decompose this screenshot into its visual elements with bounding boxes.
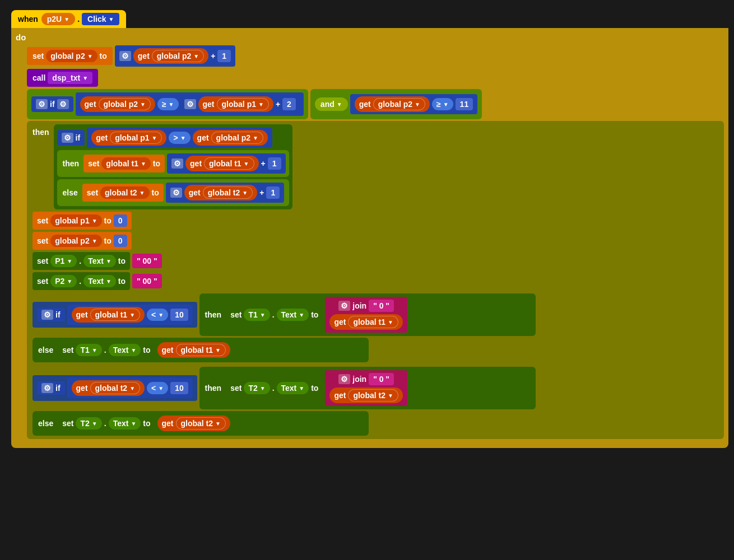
and-block[interactable]: and ▼ get global p2 ▼ (310, 89, 482, 119)
set-T2-else-block[interactable]: set T2 ▼ . Text ▼ (58, 414, 155, 432)
get-p1-inner[interactable]: get global p1 ▼ (198, 96, 273, 112)
cmp-lt-t1[interactable]: < ▼ (147, 309, 168, 321)
text-prop-P2[interactable]: Text ▼ (83, 275, 116, 287)
then3-label: then (203, 384, 224, 393)
op-t2-block[interactable]: ⚙ get global t2 ▼ + (166, 183, 284, 203)
num-10-t2[interactable]: 10 (170, 382, 188, 394)
set-P2-text-row: set P2 ▼ . Text ▼ to (32, 272, 721, 290)
num-1-t2[interactable]: 1 (266, 186, 280, 199)
num-10-t1[interactable]: 10 (170, 309, 188, 321)
gear-nested-if: ⚙ (62, 133, 73, 143)
gear-inner1: ⚙ (184, 99, 196, 109)
op-inner1[interactable]: ⚙ get global p1 ▼ + (181, 95, 299, 114)
if2-header: ⚙ if get global t1 ▼ (32, 302, 197, 328)
gear-if1: ⚙ (36, 99, 48, 109)
get-p2-nested[interactable]: get global p2 ▼ (193, 130, 268, 146)
text-prop-T1-else[interactable]: Text ▼ (109, 344, 141, 356)
then1-label: then (30, 124, 52, 140)
nested-then-row: then set global t1 ▼ to (61, 153, 286, 174)
text-prop-T2-then[interactable]: Text ▼ (277, 382, 309, 394)
str-0-join-t2[interactable]: " 0 " (369, 373, 394, 385)
condition1[interactable]: get global p2 ▼ ≥ ▼ (76, 92, 304, 116)
and-pill[interactable]: and ▼ (315, 97, 348, 111)
num-1-t1[interactable]: 1 (268, 157, 281, 170)
set-t1-block[interactable]: set global t1 ▼ to (83, 155, 165, 172)
if3-condition[interactable]: get global t2 ▼ < ▼ (67, 378, 193, 398)
nested-else-row: else set global t2 ▼ to (61, 183, 286, 203)
join-t1-block[interactable]: ⚙ join " 0 " get (325, 297, 407, 333)
nested-if-header: ⚙ if get global p1 ▼ (57, 128, 289, 148)
set-T2-text-block[interactable]: set T2 ▼ . Text ▼ (226, 379, 323, 397)
get-p2-cond[interactable]: get global p2 ▼ (80, 96, 155, 112)
str-00-P1[interactable]: " 00 " (132, 254, 162, 268)
set-T1-else-block[interactable]: set T1 ▼ . Text ▼ (58, 341, 155, 359)
if3-keyword[interactable]: ⚙ if (37, 381, 65, 395)
join-t2-block[interactable]: ⚙ join " 0 " get (325, 370, 407, 406)
set-T1-text-block[interactable]: set T1 ▼ . Text ▼ (226, 306, 323, 324)
if2-container: ⚙ if get global t1 ▼ (32, 293, 721, 362)
then1-row: then ⚙ if (30, 124, 721, 209)
if1-keyword[interactable]: ⚙ if ⚙ (31, 96, 73, 112)
num-11[interactable]: 11 (456, 98, 473, 110)
get-t2[interactable]: get global t2 ▼ (184, 185, 257, 200)
set-p2-0-block[interactable]: set global p2 ▼ to 0 (32, 232, 132, 250)
get-t2-join[interactable]: get global t2 ▼ (329, 388, 402, 403)
op-t1-block[interactable]: ⚙ get global t1 ▼ + (167, 153, 285, 174)
condition2[interactable]: get global p2 ▼ ≥ ▼ 11 (350, 94, 478, 114)
nested-condition[interactable]: get global p1 ▼ > ▼ (87, 128, 272, 148)
call-block[interactable]: call dsp_txt ▼ (27, 69, 98, 87)
gear-if3: ⚙ (41, 383, 53, 393)
gear-icon1: ⚙ (119, 51, 131, 61)
gear-join-t2: ⚙ (338, 374, 350, 384)
get-p1-nested[interactable]: get global p1 ▼ (91, 130, 166, 146)
op-gear-block1[interactable]: ⚙ get global p2 ▼ + 1 (115, 45, 235, 67)
get-t2-if3[interactable]: get global t2 ▼ (72, 380, 145, 396)
text-prop-P1[interactable]: Text ▼ (83, 255, 116, 267)
if1-container: ⚙ if ⚙ get global p2 ▼ (27, 89, 724, 439)
gear-t2: ⚙ (170, 188, 182, 198)
get-p2-cond2[interactable]: get global p2 ▼ (355, 96, 430, 112)
text-prop-T1-then[interactable]: Text ▼ (277, 309, 309, 321)
set-p2-block[interactable]: set global p2 ▼ to (27, 47, 113, 65)
num-0-p2[interactable]: 0 (114, 235, 127, 247)
num-2[interactable]: 2 (282, 98, 296, 110)
event-dropdown: ▼ (109, 16, 114, 22)
cmp-gte2[interactable]: ≥ ▼ (432, 98, 453, 110)
str-0-join-t1[interactable]: " 0 " (369, 300, 394, 312)
then2-label: then (203, 310, 224, 319)
dropdown-arrow: ▼ (64, 16, 69, 22)
set-P2-text-block[interactable]: set P2 ▼ . Text ▼ to (32, 272, 130, 290)
get-t2-else[interactable]: get global t2 ▼ (157, 416, 230, 431)
get-t1-else[interactable]: get global t1 ▼ (157, 342, 230, 358)
if2-condition[interactable]: get global t1 ▼ < ▼ (67, 305, 193, 325)
dsp-txt[interactable]: dsp_txt ▼ (48, 72, 92, 84)
global-p2-var[interactable]: global p2 ▼ (46, 50, 97, 62)
num-0-p1[interactable]: 0 (114, 214, 127, 227)
get-t1-join[interactable]: get global t1 ▼ (329, 314, 402, 330)
gear-join-t1: ⚙ (338, 301, 350, 311)
cmp-gt-nested[interactable]: > ▼ (169, 132, 190, 144)
when-event[interactable]: Click ▼ (82, 13, 119, 25)
else2-block: else set T1 ▼ . Text (32, 338, 369, 362)
else2-label: else (36, 346, 55, 354)
get-t1[interactable]: get global t1 ▼ (185, 156, 258, 171)
when-component[interactable]: p2U ▼ (41, 13, 75, 25)
do-block: do set global p2 ▼ to ⚙ get glob (11, 28, 728, 448)
nested-if-keyword[interactable]: ⚙ if (57, 130, 85, 146)
set-p1-0-block[interactable]: set global p1 ▼ to 0 (32, 212, 132, 230)
set-p2-row: set global p2 ▼ to ⚙ get global p2 ▼ (27, 45, 724, 67)
get-t1-if2[interactable]: get global t1 ▼ (72, 307, 145, 323)
cmp-lt-t2[interactable]: < ▼ (147, 382, 168, 394)
when-block: when p2U ▼ . Click ▼ (11, 10, 126, 28)
if2-keyword[interactable]: ⚙ if (37, 308, 65, 321)
str-00-P2[interactable]: " 00 " (132, 274, 162, 288)
nested-if-block: ⚙ if get global p1 ▼ (54, 124, 292, 209)
get-global-p2[interactable]: get global p2 ▼ (133, 48, 208, 64)
gear-if2: ⚙ (41, 310, 53, 320)
if3-container: ⚙ if get global t2 ▼ (32, 367, 721, 436)
num-1-block1[interactable]: 1 (217, 50, 231, 62)
set-P1-text-block[interactable]: set P1 ▼ . Text ▼ to (32, 252, 130, 270)
cmp-gte1[interactable]: ≥ ▼ (157, 98, 179, 110)
set-t2-block[interactable]: set global t2 ▼ to (82, 184, 164, 202)
text-prop-T2-else[interactable]: Text ▼ (109, 417, 141, 430)
